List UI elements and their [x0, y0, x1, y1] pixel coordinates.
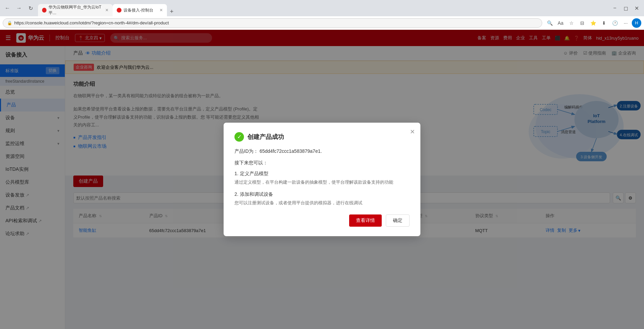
new-tab-button[interactable]: + — [167, 7, 176, 16]
dialog-product-id-row: 产品ID为： 65dd4fc72ccc1a583879a7e1. — [234, 148, 410, 155]
address-bar[interactable]: 🔒 https://console.huaweicloud.com/iotdm/… — [3, 18, 542, 28]
browser-action-icons: 🔍 Aa ☆ ⊟ ⭐ ⬇ 🕐 ··· H — [545, 18, 641, 28]
tab-2[interactable]: 设备接入-控制台 ✕ — [113, 4, 167, 16]
dialog-step2-desc: 您可以注册测试设备，或者使用平台提供的模拟器，进行在线调试 — [234, 200, 410, 207]
dialog-title-row: ✓ 创建产品成功 — [234, 132, 410, 142]
download-icon[interactable]: ⬇ — [599, 18, 609, 28]
collections-icon[interactable]: ⭐ — [588, 18, 598, 28]
back-button[interactable]: ← — [3, 3, 12, 13]
dialog-next-label: 接下来您可以： — [234, 160, 410, 166]
success-check-icon: ✓ — [234, 132, 244, 142]
tab-1-close[interactable]: ✕ — [105, 8, 109, 13]
browser-nav-controls: ← → ↻ — [3, 3, 35, 13]
confirm-button[interactable]: 确定 — [386, 214, 410, 227]
restore-button[interactable]: ◻ — [621, 3, 630, 13]
tab-1[interactable]: 华为云物联网平台_华为云IoT平… ✕ — [38, 4, 113, 16]
view-detail-button[interactable]: 查看详情 — [349, 214, 382, 227]
forward-button[interactable]: → — [14, 3, 24, 13]
tab-1-favicon — [42, 8, 46, 13]
profile-icon[interactable]: H — [632, 18, 641, 28]
modal-overlay: ✕ ✓ 创建产品成功 产品ID为： 65dd4fc72ccc1a583879a7… — [0, 30, 644, 329]
address-bar-row: 🔒 https://console.huaweicloud.com/iotdm/… — [0, 16, 644, 30]
split-screen-icon[interactable]: ⊟ — [577, 18, 587, 28]
tab-2-label: 设备接入-控制台 — [124, 7, 153, 13]
dialog-step2: 2. 添加和调试设备 您可以注册测试设备，或者使用平台提供的模拟器，进行在线调试 — [234, 191, 410, 207]
lock-icon: 🔒 — [7, 21, 12, 25]
dialog-step1-title: 1. 定义产品模型 — [234, 171, 410, 177]
history-icon[interactable]: 🕐 — [610, 18, 620, 28]
favorites-icon[interactable]: ☆ — [567, 18, 576, 28]
refresh-button[interactable]: ↻ — [26, 3, 35, 13]
tab-2-favicon — [117, 8, 121, 13]
more-icon[interactable]: ··· — [621, 18, 630, 28]
reader-mode-icon[interactable]: Aa — [556, 18, 565, 28]
search-lens-icon[interactable]: 🔍 — [545, 18, 554, 28]
close-browser-button[interactable]: ✕ — [632, 3, 641, 13]
dialog-actions: 查看详情 确定 — [234, 214, 410, 227]
dialog-step1: 1. 定义产品模型 通过定义模型，在平台构建一款设备的抽象模型，使平台理解该款设… — [234, 171, 410, 186]
minimize-button[interactable]: − — [610, 3, 620, 13]
success-dialog: ✕ ✓ 创建产品成功 产品ID为： 65dd4fc72ccc1a583879a7… — [224, 123, 420, 237]
dialog-step1-desc: 通过定义模型，在平台构建一款设备的抽象模型，使平台理解该款设备支持的功能 — [234, 179, 410, 186]
dialog-product-id-value: 65dd4fc72ccc1a583879a7e1. — [260, 148, 322, 154]
dialog-title-text: 创建产品成功 — [247, 133, 284, 141]
tab-2-close[interactable]: ✕ — [159, 8, 163, 13]
dialog-close-button[interactable]: ✕ — [410, 128, 415, 136]
dialog-step2-title: 2. 添加和调试设备 — [234, 191, 410, 198]
browser-chrome: ← → ↻ 华为云物联网平台_华为云IoT平… ✕ 设备接入-控制台 ✕ + −… — [0, 0, 644, 16]
tabs-bar: 华为云物联网平台_华为云IoT平… ✕ 设备接入-控制台 ✕ + — [38, 0, 607, 16]
address-text: https://console.huaweicloud.com/iotdm/?r… — [14, 20, 169, 25]
dialog-product-id-label: 产品ID为： — [234, 148, 258, 154]
tab-1-label: 华为云物联网平台_华为云IoT平… — [49, 4, 103, 16]
